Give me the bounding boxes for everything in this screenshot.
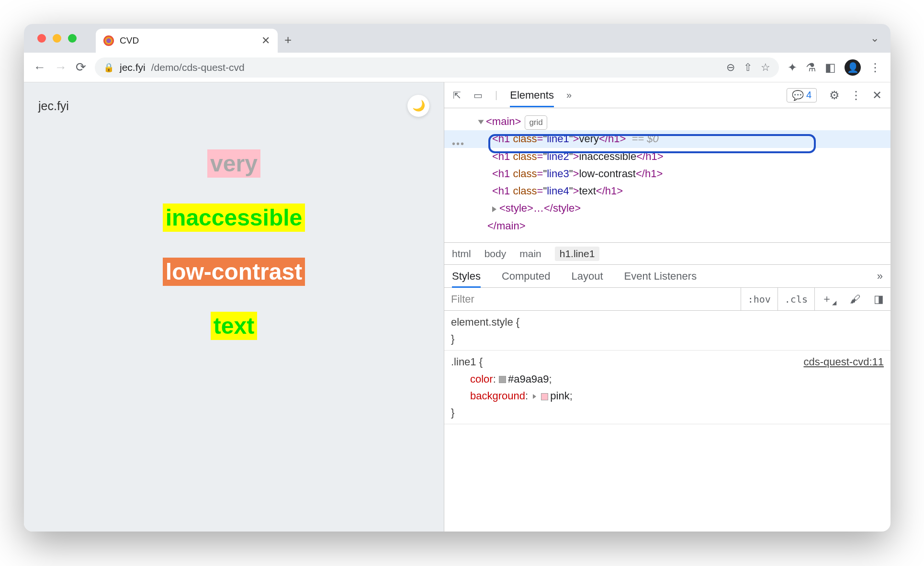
url-path: /demo/cds-quest-cvd bbox=[151, 62, 245, 73]
dom-breadcrumb[interactable]: html body main h1.line1 bbox=[444, 242, 890, 264]
rendered-page: jec.fyi 🌙 very inaccessible low-contrast… bbox=[24, 82, 444, 532]
tab-title: CVD bbox=[120, 35, 256, 46]
dom-node-style[interactable]: <style>…</style> bbox=[444, 200, 890, 217]
styles-tabbar: Styles Computed Layout Event Listeners » bbox=[444, 264, 890, 287]
line1-rule-block[interactable]: cds-quest-cvd:11 .line1 { color: #a9a9a9… bbox=[444, 351, 890, 424]
element-style-block[interactable]: element.style { } bbox=[444, 311, 890, 351]
styles-filter-input[interactable]: Filter bbox=[444, 288, 741, 310]
issues-icon: 💬 bbox=[792, 90, 804, 101]
page-brand: jec.fyi bbox=[38, 99, 69, 113]
rule-source-link[interactable]: cds-quest-cvd:11 bbox=[803, 353, 884, 370]
styles-tab[interactable]: Styles bbox=[452, 270, 481, 283]
browser-tab[interactable]: CVD ✕ bbox=[96, 29, 278, 53]
issues-button[interactable]: 💬 4 bbox=[787, 88, 817, 102]
dom-node-h1-line3[interactable]: <h1 class="line3">low-contrast</h1> bbox=[444, 165, 890, 182]
computed-sidebar-icon[interactable]: ◨ bbox=[867, 293, 890, 306]
labs-icon[interactable]: ⚗ bbox=[806, 61, 816, 74]
cls-toggle[interactable]: .cls bbox=[778, 288, 815, 310]
url-host: jec.fyi bbox=[120, 62, 146, 73]
devtools-close-icon[interactable]: ✕ bbox=[872, 89, 882, 102]
tab-strip: CVD ✕ + ⌄ bbox=[24, 24, 890, 53]
demo-text-container: very inaccessible low-contrast text bbox=[38, 141, 429, 340]
browser-toolbar: ← → ⟳ 🔒 jec.fyi/demo/cds-quest-cvd ⊖ ⇧ ☆… bbox=[24, 53, 890, 82]
demo-line-1: very bbox=[207, 149, 260, 178]
inspect-icon[interactable]: ⇱ bbox=[453, 90, 461, 101]
computed-tab[interactable]: Computed bbox=[502, 270, 551, 283]
back-button[interactable]: ← bbox=[34, 60, 46, 75]
urlbar-actions: ⊖ ⇧ ☆ bbox=[726, 61, 770, 74]
new-tab-button[interactable]: + bbox=[284, 33, 292, 47]
lock-icon: 🔒 bbox=[103, 62, 114, 73]
content-split: jec.fyi 🌙 very inaccessible low-contrast… bbox=[24, 82, 890, 532]
crumb-main[interactable]: main bbox=[519, 248, 541, 260]
extensions-icon[interactable]: ✦ bbox=[788, 61, 797, 74]
demo-line-4: text bbox=[211, 312, 257, 340]
devtools-tabbar: ⇱ ▭ | Elements » 💬 4 ⚙ ⋮ ✕ bbox=[444, 82, 890, 108]
sidepanel-icon[interactable]: ◧ bbox=[825, 61, 836, 74]
forward-button[interactable]: → bbox=[55, 60, 67, 75]
address-bar[interactable]: 🔒 jec.fyi/demo/cds-quest-cvd ⊖ ⇧ ☆ bbox=[95, 57, 779, 78]
dom-node-main-open[interactable]: <main>grid bbox=[444, 113, 890, 130]
crumb-html[interactable]: html bbox=[452, 248, 471, 260]
layout-tab[interactable]: Layout bbox=[571, 270, 603, 283]
elements-tab[interactable]: Elements bbox=[510, 89, 554, 102]
share-icon[interactable]: ⇧ bbox=[744, 61, 752, 74]
styles-rules[interactable]: element.style { } cds-quest-cvd:11 .line… bbox=[444, 310, 890, 532]
more-styles-tabs-icon[interactable]: » bbox=[877, 270, 883, 283]
zoom-icon[interactable]: ⊖ bbox=[726, 61, 735, 74]
browser-window: CVD ✕ + ⌄ ← → ⟳ 🔒 jec.fyi/demo/cds-quest… bbox=[24, 24, 890, 532]
more-tabs-icon[interactable]: » bbox=[566, 90, 572, 101]
favicon bbox=[103, 35, 114, 46]
profile-avatar[interactable]: 👤 bbox=[845, 59, 861, 76]
crumb-h1[interactable]: h1.line1 bbox=[555, 247, 600, 261]
dom-actions-icon[interactable]: ••• bbox=[452, 136, 465, 152]
issues-count: 4 bbox=[806, 90, 811, 101]
window-controls bbox=[37, 34, 77, 43]
dom-tree[interactable]: ••• <main>grid <h1 class="line1">very</h… bbox=[444, 108, 890, 242]
devtools-menu-icon[interactable]: ⋮ bbox=[850, 89, 862, 102]
demo-line-3: low-contrast bbox=[163, 258, 305, 286]
tabs-dropdown-button[interactable]: ⌄ bbox=[870, 32, 879, 45]
paint-icon[interactable]: 🖌 bbox=[843, 293, 867, 306]
styles-filter-bar: Filter :hov .cls ＋◢ 🖌 ◨ bbox=[444, 287, 890, 310]
device-toggle-icon[interactable]: ▭ bbox=[473, 90, 483, 101]
reload-button[interactable]: ⟳ bbox=[76, 60, 86, 75]
disclosure-icon[interactable] bbox=[533, 394, 536, 399]
crumb-body[interactable]: body bbox=[485, 248, 507, 260]
settings-icon[interactable]: ⚙ bbox=[829, 89, 840, 102]
dark-mode-toggle[interactable]: 🌙 bbox=[407, 95, 429, 117]
kebab-menu-icon[interactable]: ⋮ bbox=[869, 61, 881, 74]
dom-selection-highlight bbox=[488, 134, 816, 153]
close-tab-button[interactable]: ✕ bbox=[261, 34, 270, 47]
minimize-window-button[interactable] bbox=[53, 34, 61, 43]
close-window-button[interactable] bbox=[37, 34, 46, 43]
dom-node-h1-line4[interactable]: <h1 class="line4">text</h1> bbox=[444, 182, 890, 200]
new-style-rule-button[interactable]: ＋◢ bbox=[815, 292, 843, 306]
dom-node-main-close[interactable]: </main> bbox=[444, 217, 890, 235]
devtools-panel: ⇱ ▭ | Elements » 💬 4 ⚙ ⋮ ✕ ••• bbox=[444, 82, 890, 532]
maximize-window-button[interactable] bbox=[68, 34, 77, 43]
hov-toggle[interactable]: :hov bbox=[741, 288, 778, 310]
event-listeners-tab[interactable]: Event Listeners bbox=[624, 270, 697, 283]
demo-line-2: inaccessible bbox=[163, 204, 305, 232]
bookmark-icon[interactable]: ☆ bbox=[761, 61, 770, 74]
